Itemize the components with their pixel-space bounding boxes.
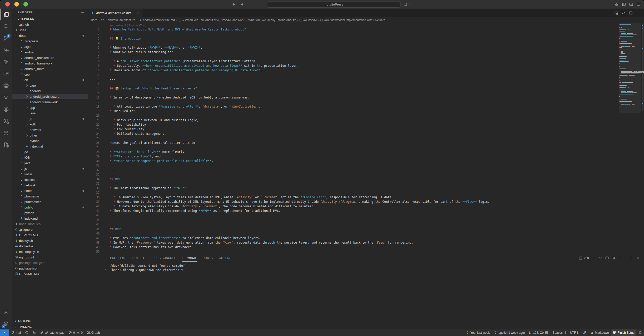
code-line[interactable]: ## MVP xyxy=(110,227,619,231)
kill-terminal-icon[interactable] xyxy=(612,256,616,260)
assistant-menu[interactable] xyxy=(404,3,411,6)
activity-item-gitlens[interactable] xyxy=(0,103,12,115)
status-item-notifications[interactable] xyxy=(636,329,644,336)
panel-tab-debug-console[interactable]: DEBUG CONSOLE xyxy=(150,254,176,262)
workspace-section-header[interactable]: VITEPRESS xyxy=(12,16,88,22)
code-line[interactable]: ## 💡 Introduction xyxy=(110,36,619,41)
activity-item-vercel-extension[interactable] xyxy=(0,91,12,103)
breadcrumb-item[interactable]: docs xyxy=(91,18,97,22)
tree-item-python[interactable]: python xyxy=(12,138,88,144)
code-line[interactable]: * The most traditional approach is **MVC… xyxy=(110,186,619,190)
code-line[interactable]: * All logic lived in one **massive contr… xyxy=(110,104,619,109)
tree-item-package.json[interactable]: {}package.json xyxy=(12,265,88,271)
tree-item-.github[interactable]: .github xyxy=(12,22,88,27)
maximize-panel-icon[interactable] xyxy=(629,256,633,260)
tree-item-locales[interactable]: locales xyxy=(12,177,88,182)
tree-item-android_architecture[interactable]: android_architecture xyxy=(12,55,88,60)
code-line[interactable] xyxy=(110,82,619,86)
code-line[interactable] xyxy=(110,32,619,36)
open-changes-icon[interactable] xyxy=(622,11,625,15)
status-item-finish-setup[interactable]: Finish Setup xyxy=(611,329,636,336)
chevron-down-icon[interactable] xyxy=(599,256,602,259)
code-line[interactable]: * Heavy coupling between UI and business… xyxy=(110,118,619,122)
code-line[interactable]: * In MVP, the `Presenter` takes over dat… xyxy=(110,240,619,245)
tree-item-public[interactable]: public xyxy=(12,205,88,210)
new-terminal-icon[interactable] xyxy=(592,256,596,260)
activity-item-settings[interactable]: 1 xyxy=(0,318,12,329)
forward-icon[interactable] xyxy=(240,2,245,7)
code-line[interactable]: ## 📦 Background: Why Do We Need These Pa… xyxy=(110,86,619,91)
tree-item-README.MD[interactable]: README.MD xyxy=(12,271,88,277)
outline-section[interactable]: OUTLINE xyxy=(12,318,88,324)
code-line[interactable] xyxy=(110,231,619,236)
code-line[interactable] xyxy=(110,73,619,77)
tree-item-cpp[interactable]: cpp xyxy=(12,72,88,77)
status-item-compare[interactable] xyxy=(30,329,38,336)
status-item-encoding[interactable]: UTF-8 xyxy=(568,329,581,336)
code-line[interactable] xyxy=(110,113,619,118)
tree-item-cpp[interactable]: cpp xyxy=(12,105,88,110)
activity-item-search[interactable] xyxy=(0,20,12,32)
breadcrumb-item[interactable]: ### ViewModel implementation with LiveDa… xyxy=(320,18,385,22)
tree-item-other[interactable]: other xyxy=(12,132,88,138)
code-line[interactable]: * In early UI development (whether Andro… xyxy=(110,95,619,100)
panel-tab-ports[interactable]: PORTS xyxy=(203,254,213,262)
minimap-slider[interactable] xyxy=(619,23,641,113)
close-window-button[interactable] xyxy=(5,2,10,7)
close-icon[interactable] xyxy=(137,11,140,15)
minimap[interactable] xyxy=(619,23,641,254)
activity-item-containers[interactable] xyxy=(0,127,12,139)
panel-tab-gitlens[interactable]: GITLENS xyxy=(219,254,231,262)
status-item-launchpad[interactable]: Launchpad xyxy=(38,329,66,336)
tree-item-android[interactable]: android xyxy=(12,88,88,94)
tree-item-android_more[interactable]: android_more xyxy=(12,66,88,72)
toggle-secondary-sidebar-icon[interactable] xyxy=(636,2,640,6)
breadcrumb-item[interactable]: ## MVVM xyxy=(299,18,317,22)
code-line[interactable] xyxy=(110,136,619,141)
code-line[interactable]: * **Clarify data flow**, and xyxy=(110,154,619,159)
tree-item-java[interactable]: java xyxy=(12,160,88,166)
code-line[interactable] xyxy=(110,41,619,45)
activity-item-accounts[interactable] xyxy=(0,306,12,318)
tree-item-index.md[interactable]: index.md xyxy=(12,144,88,149)
tree-item-deploy.sh[interactable]: $deploy.sh xyxy=(12,238,88,243)
panel-tab-terminal[interactable]: TERMINAL xyxy=(182,254,197,262)
tree-item-phomemo[interactable]: phomemo xyxy=(12,193,88,199)
code-line[interactable] xyxy=(110,222,619,227)
code-line[interactable]: ## MVC xyxy=(110,177,619,181)
code-line[interactable]: # When We Talk About MVP, MVVM, and MVI … xyxy=(110,27,619,32)
code-line[interactable]: * However, this pattern has its own draw… xyxy=(110,245,619,249)
code-line[interactable]: * MVP uses **contracts and interfaces** … xyxy=(110,236,619,240)
code-line[interactable]: * Difficult state management. xyxy=(110,131,619,136)
breadcrumb-item[interactable]: en xyxy=(101,18,104,22)
code-line[interactable]: * Low reusability; xyxy=(110,127,619,131)
code-line[interactable]: * When we talk about **MVP**, **MVVM**, … xyxy=(110,45,619,50)
status-item-indentation[interactable]: Spaces: 4 xyxy=(551,329,568,336)
code-line[interactable]: * Therefore, Google officially recommend… xyxy=(110,209,619,213)
code-line[interactable]: * Specifically, **how responsibilities a… xyxy=(110,63,619,68)
code-line[interactable]: * If data fetching also stays inside `Ac… xyxy=(110,204,619,209)
tree-item-en[interactable]: en xyxy=(12,77,88,83)
code-line[interactable]: * **Structure the UI layer** more clearl… xyxy=(110,150,619,154)
minimize-window-button[interactable] xyxy=(14,2,19,7)
breadcrumb-item[interactable]: # When We Talk About MVP, MVVM, and MVI … xyxy=(178,18,296,22)
tree-item-.gitignore[interactable]: .gitignore xyxy=(12,227,88,232)
activity-item-source-control[interactable]: 6 xyxy=(0,32,12,44)
activity-item-extensions[interactable] xyxy=(0,56,12,68)
tree-item-android_architecture[interactable]: android_architecture xyxy=(12,94,88,99)
code-line[interactable]: * This led to: xyxy=(110,109,619,113)
toggle-panel-icon[interactable] xyxy=(629,2,633,6)
tree-item-ecs-deploy.sh[interactable]: $ecs-deploy.sh xyxy=(12,249,88,254)
code-line[interactable] xyxy=(110,54,619,59)
split-terminal-icon[interactable] xyxy=(605,256,609,260)
code-line[interactable] xyxy=(110,163,619,168)
zoom-window-button[interactable] xyxy=(23,2,28,7)
status-item-blame-you[interactable]: You, last week xyxy=(464,329,492,336)
status-item-branch[interactable]: main* xyxy=(9,329,30,336)
breadcrumb-item[interactable]: android_architecture xyxy=(108,18,135,22)
status-item-language-mode[interactable]: {}Markdown xyxy=(588,329,611,336)
terminal-content[interactable]: /dev/fd/13:18: command not found: compde… xyxy=(88,262,644,329)
tree-item-dockerfile[interactable]: dockerfile xyxy=(12,243,88,249)
tree-item-network[interactable]: network xyxy=(12,127,88,132)
command-decoration-icon[interactable]: ○ xyxy=(105,268,106,272)
